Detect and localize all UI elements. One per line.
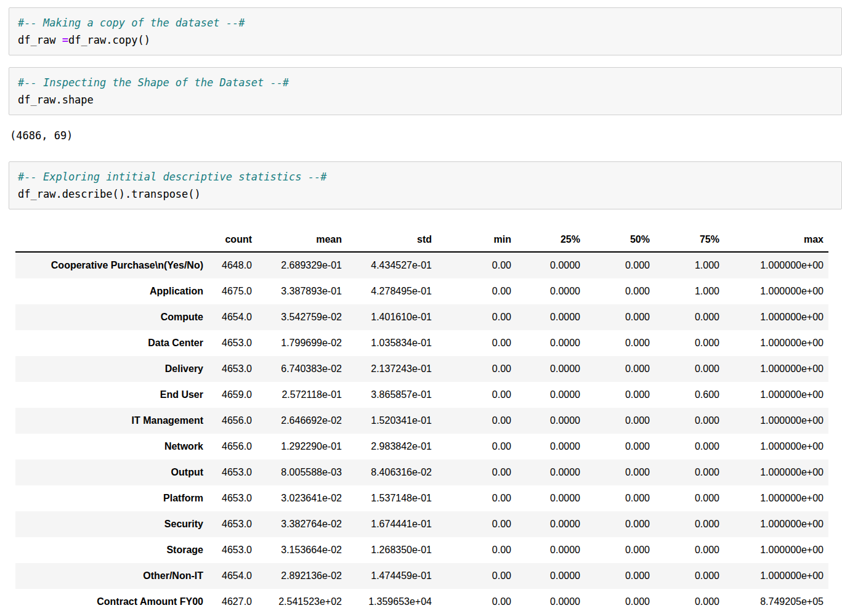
table-row: Application4675.03.387893e-014.278495e-0… — [15, 278, 828, 304]
column-header: 50% — [585, 230, 655, 252]
table-cell: 1.799699e-02 — [257, 330, 347, 356]
table-cell: 1.000000e+00 — [724, 252, 828, 278]
table-row: End User4659.02.572118e-013.865857e-010.… — [15, 382, 828, 408]
table-cell: 0.000 — [585, 460, 655, 485]
column-header: mean — [257, 230, 347, 252]
code-text: df_raw — [18, 34, 62, 46]
table-cell: 2.541523e+02 — [257, 589, 347, 615]
table-cell: 4653.0 — [208, 485, 257, 511]
table-row: IT Management4656.02.646692e-021.520341e… — [15, 408, 828, 434]
table-cell: 3.382764e-02 — [257, 511, 347, 537]
shape-output: (4686, 69) — [10, 127, 842, 144]
table-cell: 0.0000 — [516, 563, 585, 589]
table-cell: 4648.0 — [208, 252, 257, 278]
table-row: Platform4653.03.023641e-021.537148e-010.… — [15, 485, 828, 511]
table-cell: 3.023641e-02 — [257, 485, 347, 511]
table-cell: 0.00 — [437, 537, 516, 563]
row-label: Network — [15, 434, 208, 460]
code-text: df_raw.describe().transpose() — [18, 188, 201, 200]
table-cell: 0.000 — [585, 563, 655, 589]
table-cell: 0.000 — [655, 589, 724, 615]
code-line-statement: df_raw.describe().transpose() — [18, 185, 835, 203]
table-cell: 2.689329e-01 — [257, 252, 347, 278]
table-cell: 4653.0 — [208, 356, 257, 382]
table-cell: 1.292290e-01 — [257, 434, 347, 460]
row-label: End User — [15, 382, 208, 408]
table-cell: 0.000 — [655, 485, 724, 511]
code-cell-describe-stats[interactable]: #-- Exploring intitial descriptive stati… — [9, 161, 842, 209]
table-cell: 0.000 — [655, 356, 724, 382]
row-label: Security — [15, 511, 208, 537]
table-cell: 4653.0 — [208, 511, 257, 537]
table-cell: 0.000 — [585, 278, 655, 304]
table-cell: 4659.0 — [208, 382, 257, 408]
table-cell: 0.00 — [437, 434, 516, 460]
table-cell: 4654.0 — [208, 563, 257, 589]
table-cell: 1.520341e-01 — [347, 408, 437, 434]
column-header: std — [347, 230, 437, 252]
table-cell: 0.000 — [655, 434, 724, 460]
table-cell: 2.646692e-02 — [257, 408, 347, 434]
code-text: df_raw.copy() — [68, 34, 150, 46]
table-cell: 0.0000 — [516, 408, 585, 434]
code-cell-copy-dataset[interactable]: #-- Making a copy of the dataset --# df_… — [9, 7, 842, 55]
table-cell: 0.00 — [437, 563, 516, 589]
column-header: 25% — [516, 230, 585, 252]
assignment-operator: = — [62, 34, 68, 46]
table-cell: 0.0000 — [516, 330, 585, 356]
table-cell: 2.137243e-01 — [347, 356, 437, 382]
table-cell: 1.537148e-01 — [347, 485, 437, 511]
table-body: Cooperative Purchase\n(Yes/No)4648.02.68… — [15, 252, 828, 615]
table-cell: 0.000 — [585, 304, 655, 330]
table-cell: 0.00 — [437, 382, 516, 408]
table-cell: 0.00 — [437, 304, 516, 330]
table-cell: 0.0000 — [516, 356, 585, 382]
table-cell: 0.600 — [655, 382, 724, 408]
table-cell: 1.000000e+00 — [724, 382, 828, 408]
table-cell: 3.542759e-02 — [257, 304, 347, 330]
comment-text: #-- Making a copy of the dataset --# — [18, 17, 245, 29]
row-label: Data Center — [15, 330, 208, 356]
table-cell: 4.278495e-01 — [347, 278, 437, 304]
row-label: Delivery — [15, 356, 208, 382]
table-row: Security4653.03.382764e-021.674441e-010.… — [15, 511, 828, 537]
table-cell: 1.401610e-01 — [347, 304, 437, 330]
table-cell: 0.0000 — [516, 589, 585, 615]
table-cell: 0.0000 — [516, 278, 585, 304]
code-cell-inspect-shape[interactable]: #-- Inspecting the Shape of the Dataset … — [9, 67, 842, 115]
table-cell: 0.000 — [655, 304, 724, 330]
table-cell: 0.00 — [437, 589, 516, 615]
describe-table: countmeanstdmin25%50%75%max Cooperative … — [15, 230, 828, 615]
table-cell: 1.000000e+00 — [724, 511, 828, 537]
table-cell: 4653.0 — [208, 460, 257, 485]
table-cell: 8.005588e-03 — [257, 460, 347, 485]
index-corner-cell — [15, 230, 208, 252]
table-cell: 0.00 — [437, 252, 516, 278]
table-cell: 4654.0 — [208, 304, 257, 330]
table-cell: 1.268350e-01 — [347, 537, 437, 563]
table-cell: 0.000 — [655, 330, 724, 356]
table-row: Delivery4653.06.740383e-022.137243e-010.… — [15, 356, 828, 382]
table-cell: 1.000000e+00 — [724, 460, 828, 485]
table-cell: 0.00 — [437, 511, 516, 537]
table-header: countmeanstdmin25%50%75%max — [15, 230, 828, 252]
table-cell: 0.00 — [437, 485, 516, 511]
table-cell: 1.000000e+00 — [724, 408, 828, 434]
row-label: Contract Amount FY00 — [15, 589, 208, 615]
table-cell: 0.0000 — [516, 304, 585, 330]
table-cell: 4627.0 — [208, 589, 257, 615]
table-cell: 0.00 — [437, 460, 516, 485]
table-cell: 8.406316e-02 — [347, 460, 437, 485]
table-row: Storage4653.03.153664e-021.268350e-010.0… — [15, 537, 828, 563]
table-cell: 0.0000 — [516, 434, 585, 460]
table-cell: 0.000 — [585, 382, 655, 408]
table-cell: 0.000 — [585, 511, 655, 537]
table-cell: 0.00 — [437, 278, 516, 304]
table-cell: 0.00 — [437, 408, 516, 434]
table-cell: 0.000 — [655, 511, 724, 537]
table-cell: 1.000 — [655, 278, 724, 304]
comment-text: #-- Exploring intitial descriptive stati… — [18, 171, 327, 183]
table-cell: 1.000000e+00 — [724, 434, 828, 460]
table-cell: 0.0000 — [516, 485, 585, 511]
table-cell: 1.000000e+00 — [724, 278, 828, 304]
